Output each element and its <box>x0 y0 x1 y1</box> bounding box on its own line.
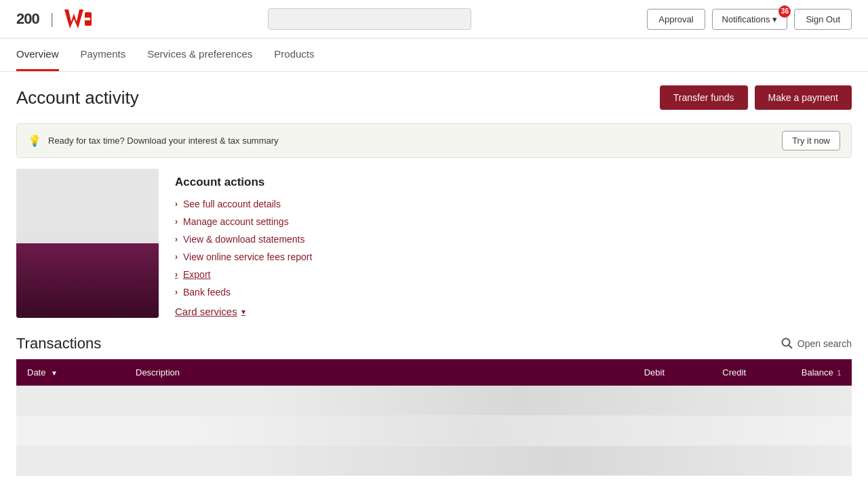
export-item[interactable]: › Export <box>175 269 835 280</box>
approval-button[interactable]: Approval <box>647 9 705 30</box>
main-nav: Overview Payments Services & preferences… <box>0 39 868 72</box>
open-search-label: Open search <box>797 338 852 349</box>
transactions-title: Transactions <box>16 335 101 352</box>
chevron-right-icon: › <box>175 235 178 244</box>
logo-area: 200 | <box>16 9 92 28</box>
see-full-account-details-label: See full account details <box>183 199 281 209</box>
signout-button[interactable]: Sign Out <box>794 9 852 30</box>
try-it-now-button[interactable]: Try it now <box>782 131 840 150</box>
table-header: Date ▼ Description Debit Credit Balance … <box>16 359 852 386</box>
transactions-header: Transactions Open search <box>16 335 852 352</box>
balance-sort-num: 1 <box>837 369 841 377</box>
open-search-button[interactable]: Open search <box>781 338 852 350</box>
main-area: Account actions › See full account detai… <box>16 169 852 324</box>
view-download-statements-label: View & download statements <box>183 234 305 245</box>
sort-arrow-icon: ▼ <box>51 369 58 377</box>
westpac-logo <box>64 9 92 28</box>
tax-banner: 💡 Ready for tax time? Download your inte… <box>16 123 852 158</box>
export-label: Export <box>183 269 210 280</box>
manage-account-settings-item[interactable]: › Manage account settings <box>175 216 835 227</box>
westpac-logo-icon <box>64 9 92 28</box>
table-row <box>16 415 852 445</box>
account-card <box>16 169 159 318</box>
card-services-row[interactable]: Card services ▾ <box>175 306 835 317</box>
chevron-right-icon: › <box>175 287 178 297</box>
col-balance-header[interactable]: Balance 1 <box>757 359 852 386</box>
tax-banner-text: Ready for tax time? Download your intere… <box>48 136 279 146</box>
svg-marker-0 <box>64 9 83 28</box>
nav-item-products[interactable]: Products <box>274 39 314 71</box>
account-actions-title: Account actions <box>175 176 835 189</box>
see-full-account-details-item[interactable]: › See full account details <box>175 199 835 209</box>
card-services-label: Card services <box>175 306 237 317</box>
logo-divider: | <box>50 10 54 28</box>
col-date-header[interactable]: Date ▼ <box>16 359 125 386</box>
transfer-funds-button[interactable]: Transfer funds <box>660 85 748 110</box>
make-payment-button[interactable]: Make a payment <box>755 85 852 110</box>
col-credit-header[interactable]: Credit <box>675 359 757 386</box>
search-icon <box>781 338 793 350</box>
header-actions: Approval Notifications ▾ 36 Sign Out <box>647 9 852 30</box>
bulb-icon: 💡 <box>28 134 41 147</box>
view-service-fees-item[interactable]: › View online service fees report <box>175 251 835 262</box>
page-title: Account activity <box>16 87 139 108</box>
logo-200: 200 <box>16 10 39 28</box>
table-row <box>16 386 852 415</box>
chevron-right-icon: › <box>175 199 178 209</box>
chevron-right-icon: › <box>175 252 178 262</box>
nav-item-services[interactable]: Services & preferences <box>147 39 252 71</box>
table-row <box>16 445 852 475</box>
svg-point-3 <box>782 339 789 346</box>
manage-account-settings-label: Manage account settings <box>183 216 289 227</box>
notifications-badge: 36 <box>778 5 791 18</box>
view-download-statements-item[interactable]: › View & download statements <box>175 234 835 245</box>
bank-feeds-item[interactable]: › Bank feeds <box>175 287 835 298</box>
nav-item-overview[interactable]: Overview <box>16 39 59 71</box>
col-debit-header[interactable]: Debit <box>594 359 675 386</box>
notifications-button[interactable]: Notifications ▾ 36 <box>712 9 788 30</box>
transactions-table: Date ▼ Description Debit Credit Balance … <box>16 359 852 476</box>
svg-line-4 <box>789 345 792 348</box>
nav-item-payments[interactable]: Payments <box>81 39 126 71</box>
view-service-fees-label: View online service fees report <box>183 251 312 262</box>
account-actions-panel: Account actions › See full account detai… <box>159 169 852 324</box>
svg-rect-2 <box>85 18 90 20</box>
bank-feeds-label: Bank feeds <box>183 287 231 298</box>
card-services-chevron-icon: ▾ <box>241 307 245 317</box>
page-actions: Transfer funds Make a payment <box>660 85 852 110</box>
col-description-header[interactable]: Description <box>125 359 594 386</box>
search-input[interactable] <box>268 8 471 30</box>
chevron-down-icon: ▾ <box>772 14 777 24</box>
page-header: Account activity Transfer funds Make a p… <box>16 85 852 110</box>
page-content: Account activity Transfer funds Make a p… <box>0 72 868 488</box>
chevron-right-icon: › <box>175 217 178 226</box>
chevron-right-icon: › <box>175 270 178 279</box>
header: 200 | Approval Notifications ▾ 36 Sign O… <box>0 0 868 39</box>
table-body <box>16 386 852 475</box>
